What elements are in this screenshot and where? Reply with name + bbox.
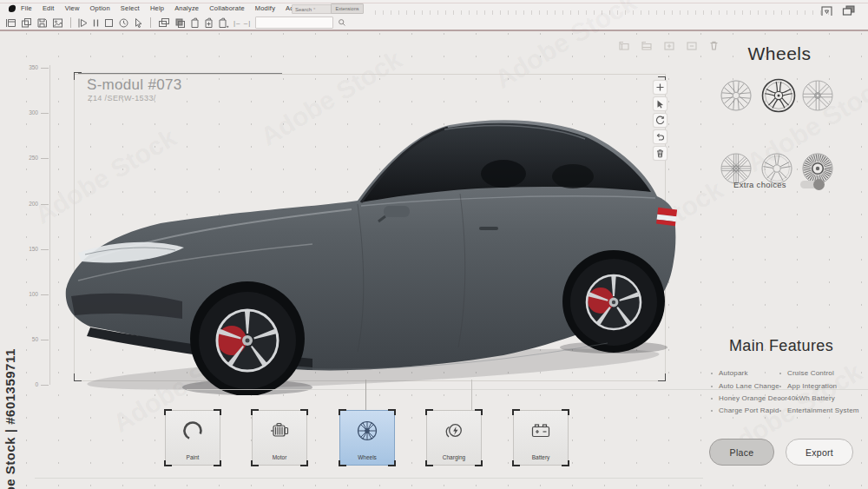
wheel-option-multi-spoke[interactable]	[720, 79, 753, 112]
panel-icon[interactable]	[5, 17, 16, 29]
ruler-label: 200	[23, 201, 38, 207]
save-icon[interactable]	[36, 17, 48, 29]
ruler-label: 150	[23, 246, 38, 252]
tile-wheels[interactable]: Wheels	[339, 410, 395, 466]
ruler-label: 0	[23, 381, 38, 387]
select-tool-button[interactable]	[653, 96, 667, 111]
toolbar-dashes: |– –|	[233, 19, 251, 27]
battery-icon	[529, 419, 553, 443]
image-icon[interactable]	[52, 17, 63, 29]
wheel-option-five-spoke-sport[interactable]	[760, 77, 797, 114]
menu-item-edit[interactable]: Edit	[43, 4, 55, 12]
model-title: S-modul #073	[87, 76, 181, 94]
tile-paint[interactable]: Paint	[165, 410, 220, 466]
export-button[interactable]: Export	[786, 439, 853, 466]
stack-icon[interactable]	[174, 17, 186, 29]
extra-choices-label: Extra choices	[733, 180, 786, 189]
menu-item-collaborate[interactable]: Collaborate	[209, 4, 245, 12]
ruler-label: 300	[23, 109, 38, 116]
menu-item-analyze[interactable]: Analyze	[174, 4, 199, 12]
ruler-label: 350	[23, 64, 38, 70]
cascade-icon[interactable]	[158, 17, 170, 29]
extensions-button[interactable]: Extensions	[331, 3, 364, 14]
feature-item: App Integration	[787, 382, 837, 390]
wheel-icon	[355, 419, 379, 443]
clipboard-add-icon[interactable]	[204, 17, 214, 29]
menu-item-select[interactable]: Select	[121, 4, 140, 12]
align-box-left-icon[interactable]	[618, 40, 630, 51]
toolbar-separator	[70, 17, 71, 28]
stop-icon[interactable]	[104, 17, 114, 29]
tile-connector-line	[471, 380, 472, 410]
tile-label: Motor	[253, 454, 306, 460]
add-tool-button[interactable]	[653, 80, 667, 95]
feature-item: Cruise Control	[787, 369, 834, 377]
ruler-label: 100	[23, 291, 38, 297]
search-icon	[338, 18, 346, 27]
top-border-line	[0, 3, 868, 3]
car-configurator-window: File Edit View Option Select Help Analyz…	[0, 0, 868, 489]
toolbar: |– –|	[0, 16, 868, 30]
front-wheel	[199, 292, 296, 389]
cursor-icon[interactable]	[134, 17, 143, 29]
app-logo-icon[interactable]	[7, 3, 16, 13]
play-icon[interactable]	[78, 17, 88, 29]
pause-icon[interactable]	[92, 17, 100, 29]
frame-top-segment	[78, 73, 282, 74]
rear-wheel	[570, 259, 657, 346]
tile-label: Paint	[166, 454, 220, 460]
tile-battery[interactable]: Battery	[513, 410, 569, 466]
menu-item-help[interactable]: Help	[150, 4, 164, 12]
box-remove-icon[interactable]	[686, 40, 698, 51]
menu-item-view[interactable]: View	[65, 4, 80, 12]
feature-item: 40kWh Battery	[787, 394, 835, 402]
tile-motor[interactable]: Motor	[252, 410, 307, 466]
search-icon: ◦	[313, 5, 315, 11]
main-features-title: Main Features	[712, 337, 851, 355]
menu-item-option[interactable]: Option	[90, 4, 110, 12]
menu-item-file[interactable]: File	[21, 4, 32, 12]
feature-item: Autopark	[719, 369, 748, 377]
tile-label: Wheels	[340, 454, 394, 460]
export-button-label: Export	[806, 447, 833, 458]
toggle-knob[interactable]	[813, 179, 825, 190]
box-add-icon[interactable]	[663, 40, 675, 51]
delete-tool-button[interactable]	[653, 146, 667, 161]
design-canvas-area: Adobe Stock Adobe Stock Adobe Stock Adob…	[0, 31, 868, 489]
motor-icon	[267, 419, 292, 443]
history-tool-button[interactable]	[653, 113, 667, 128]
tile-label: Battery	[514, 454, 568, 460]
place-button-label: Place	[730, 447, 754, 458]
guide-line	[35, 478, 703, 479]
clipboard-icon[interactable]	[190, 17, 200, 29]
toolbar-separator	[150, 17, 151, 28]
car-model-3d[interactable]	[52, 83, 677, 395]
undo-tool-button[interactable]	[653, 129, 667, 144]
paint-icon	[181, 419, 205, 443]
menu-item-modify[interactable]: Modify	[255, 4, 275, 12]
toolbar-search-input[interactable]	[255, 17, 333, 29]
menu-search-input[interactable]	[292, 4, 332, 14]
tile-charging[interactable]: Charging	[426, 410, 482, 466]
ruler-label: 50	[23, 336, 38, 342]
charging-icon	[442, 419, 466, 443]
clipboard-dot-icon[interactable]	[218, 17, 229, 29]
feature-item: Auto Lane Change	[719, 382, 779, 390]
feature-item: Entertainment System	[787, 406, 859, 414]
history-icon[interactable]	[118, 17, 129, 29]
stock-watermark-text: Adobe Stock | #601359711	[3, 243, 17, 489]
feature-item: Charge Port Rapid	[719, 406, 779, 414]
layers-icon[interactable]	[21, 17, 32, 29]
extensions-label: Extensions	[336, 6, 359, 11]
ruler-label: 250	[23, 155, 38, 161]
wheels-panel-title: Wheels	[719, 43, 840, 64]
align-box-bottom-icon[interactable]	[641, 40, 653, 51]
tile-connector-line	[365, 380, 366, 410]
extra-choices-toggle[interactable]	[800, 181, 824, 188]
place-button[interactable]: Place	[709, 439, 774, 466]
feature-item: Honey Orange Decor	[719, 394, 787, 402]
tile-label: Charging	[427, 454, 481, 460]
model-subtitle: Z14 /SERW-1533/	[88, 94, 156, 102]
wheel-option-cross-spoke[interactable]	[801, 79, 834, 112]
frame-corner	[74, 72, 82, 80]
